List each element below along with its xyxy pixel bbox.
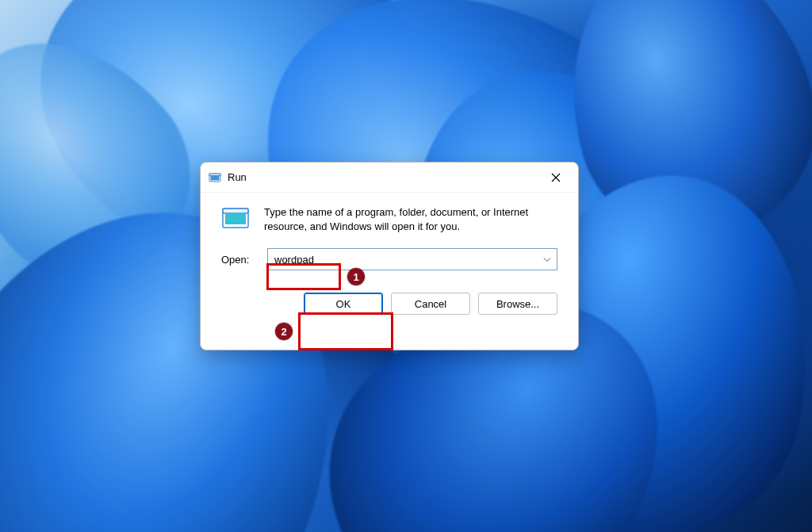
- run-dialog: Run Type the name of a program, folder, …: [200, 162, 579, 350]
- svg-rect-1: [211, 176, 220, 181]
- svg-rect-2: [209, 174, 220, 176]
- ok-button[interactable]: OK: [304, 293, 383, 315]
- cancel-button[interactable]: Cancel: [391, 293, 470, 315]
- open-label: Open:: [221, 254, 256, 266]
- svg-rect-4: [225, 214, 246, 224]
- run-titlebar-icon: [209, 171, 221, 184]
- open-input[interactable]: [267, 248, 557, 270]
- run-program-icon: [221, 207, 250, 229]
- close-icon: [551, 173, 561, 182]
- open-combobox[interactable]: [267, 248, 557, 270]
- browse-button[interactable]: Browse...: [478, 293, 557, 315]
- svg-rect-5: [223, 209, 248, 213]
- dialog-title: Run: [228, 171, 538, 183]
- dialog-description: Type the name of a program, folder, docu…: [264, 205, 557, 234]
- close-button[interactable]: [538, 166, 573, 189]
- titlebar[interactable]: Run: [201, 163, 578, 193]
